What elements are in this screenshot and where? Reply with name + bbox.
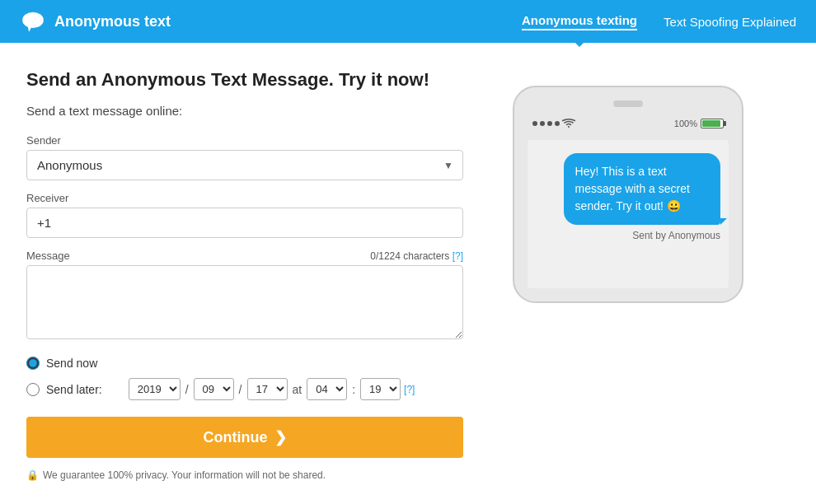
page-title: Send an Anonymous Text Message. Try it n… [26, 69, 463, 91]
phone-camera [613, 100, 643, 107]
battery-percent: 100% [674, 119, 697, 128]
phone-top [528, 100, 729, 107]
message-header: Message 0/1224 characters [?] [26, 250, 463, 262]
month-select[interactable]: 09 [194, 378, 234, 400]
char-help-link[interactable]: [?] [453, 250, 463, 262]
date-separator-2: / [237, 383, 244, 396]
privacy-text: We guarantee 100% privacy. Your informat… [43, 469, 326, 481]
phone-preview-panel: 100% Hey! This is a text message with a … [496, 69, 760, 481]
signal-dot-3 [547, 121, 552, 126]
nav-links: Anonymous texting Text Spoofing Explaine… [522, 13, 796, 30]
sent-by: Sent by Anonymous [536, 230, 720, 241]
brand: Anonymous text [20, 8, 171, 35]
send-later-label[interactable]: Send later: [46, 383, 102, 396]
send-now-label[interactable]: Send now [46, 357, 97, 370]
main-content: Send an Anonymous Text Message. Try it n… [0, 43, 816, 501]
date-separator-1: / [184, 383, 190, 396]
lock-icon: 🔒 [26, 469, 39, 481]
nav-link-anonymous-texting[interactable]: Anonymous texting [522, 13, 637, 30]
battery-tip [724, 121, 726, 126]
bubble-text: Hey! This is a text message with a secre… [575, 165, 690, 212]
phone-screen: Hey! This is a text message with a secre… [528, 140, 729, 288]
nav-active-indicator [573, 40, 586, 47]
sender-select-wrapper: Anonymous ▼ [26, 150, 463, 180]
at-label: at [291, 383, 304, 396]
send-later-radio[interactable] [26, 383, 40, 396]
time-separator: : [350, 383, 357, 396]
sender-select[interactable]: Anonymous [26, 150, 463, 180]
hour-select[interactable]: 04 [307, 378, 347, 400]
battery-bar [701, 119, 724, 128]
signal-area [532, 119, 575, 128]
continue-label: Continue [204, 429, 268, 446]
char-count: 0/1224 characters [?] [370, 250, 463, 262]
message-label: Message [26, 250, 70, 262]
privacy-notice: 🔒 We guarantee 100% privacy. Your inform… [26, 469, 463, 481]
phone-status-bar: 100% [528, 115, 729, 132]
message-bubble: Hey! This is a text message with a secre… [564, 153, 720, 225]
svg-point-0 [22, 12, 44, 28]
signal-dot-2 [540, 121, 545, 126]
send-later-row: Send later: 2019 / 09 / 17 at 04 [26, 378, 463, 400]
receiver-field-group: Receiver [26, 192, 463, 238]
send-later-controls: 2019 / 09 / 17 at 04 : 1 [129, 378, 415, 400]
nav-link-text-spoofing[interactable]: Text Spoofing Explained [664, 15, 796, 29]
receiver-label: Receiver [26, 192, 463, 204]
subtitle: Send a text message online: [26, 104, 463, 118]
sender-label: Sender [26, 134, 463, 147]
send-now-radio[interactable] [26, 357, 40, 370]
battery-area: 100% [674, 119, 724, 128]
wifi-icon [562, 119, 575, 128]
sender-field-group: Sender Anonymous ▼ [26, 134, 463, 180]
message-textarea[interactable] [26, 265, 463, 339]
navbar: Anonymous text Anonymous texting Text Sp… [0, 0, 816, 43]
day-select[interactable]: 17 [247, 378, 288, 400]
form-panel: Send an Anonymous Text Message. Try it n… [26, 69, 463, 481]
battery-fill [702, 120, 720, 127]
chat-icon [20, 8, 46, 35]
nav-anonymous-texting[interactable]: Anonymous texting [522, 13, 637, 30]
schedule-help-link[interactable]: [?] [404, 384, 415, 395]
message-field-group: Message 0/1224 characters [?] [26, 250, 463, 342]
send-now-row: Send now [26, 357, 463, 370]
year-select[interactable]: 2019 [129, 378, 181, 400]
receiver-input[interactable] [26, 208, 463, 238]
continue-button[interactable]: Continue ❯ [26, 417, 463, 458]
schedule-section: Send now Send later: 2019 / 09 / 17 [26, 357, 463, 400]
svg-marker-1 [28, 26, 32, 31]
signal-dot-1 [532, 121, 537, 126]
minute-select[interactable]: 19 [360, 378, 401, 400]
signal-dot-4 [555, 121, 560, 126]
brand-name: Anonymous text [54, 13, 171, 30]
continue-arrow-icon: ❯ [274, 428, 287, 446]
phone-mockup: 100% Hey! This is a text message with a … [513, 86, 743, 303]
